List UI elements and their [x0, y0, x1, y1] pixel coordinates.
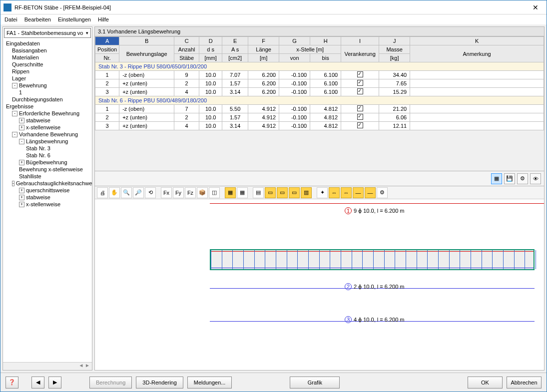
- col-E[interactable]: E: [222, 37, 248, 45]
- zoom-icon[interactable]: 🔍: [121, 187, 132, 198]
- tool-eye-icon[interactable]: 👁: [530, 173, 541, 184]
- prev-button[interactable]: ◀: [31, 377, 44, 389]
- anchor-checkbox[interactable]: [357, 71, 363, 77]
- reinforcement-table[interactable]: A B C D E F G H I J K Position Bew: [95, 36, 544, 130]
- table-row[interactable]: 2+z (unten)210.01.576.200-0.1006.1007.65: [95, 79, 544, 88]
- tree-bewx[interactable]: Bewehrung x-stellenweise: [3, 166, 92, 173]
- table-row[interactable]: 1-z (oben)710.05.504.912-0.1004.81221.20: [95, 105, 544, 113]
- view-3d-icon[interactable]: 📦: [197, 187, 208, 198]
- tree-rippen[interactable]: Rippen: [3, 68, 92, 75]
- anchor-checkbox[interactable]: [357, 88, 363, 94]
- tree-materialien[interactable]: Materialien: [3, 54, 92, 61]
- tree-erforderlich[interactable]: -Erforderliche Bewehrung: [3, 110, 92, 117]
- dim4-icon[interactable]: —: [365, 187, 376, 198]
- meldungen-button[interactable]: Meldungen...: [187, 377, 232, 389]
- tree-xstellen[interactable]: +x-stellenweise: [3, 124, 92, 131]
- dim2-icon[interactable]: ↔: [341, 187, 352, 198]
- abbrechen-button[interactable]: Abbrechen: [507, 377, 542, 389]
- tree-durchbiegung[interactable]: Durchbiegungsdaten: [3, 96, 92, 103]
- tool-view-icon[interactable]: ▦: [491, 173, 502, 184]
- menu-datei[interactable]: Datei: [4, 16, 17, 22]
- tree-lager[interactable]: Lager: [3, 75, 92, 82]
- rendering-button[interactable]: 3D-Rendering: [136, 377, 183, 389]
- layer4-icon[interactable]: ▥: [301, 187, 312, 198]
- group-row-2[interactable]: Stab Nr. 6 - Rippe PBU 580/0/489/0/180/2…: [95, 96, 544, 105]
- anchor-checkbox[interactable]: [357, 105, 363, 111]
- col-J[interactable]: J: [379, 37, 410, 45]
- view-y-icon[interactable]: Fy: [173, 187, 184, 198]
- col-F[interactable]: F: [248, 37, 279, 45]
- tree-stabweise2[interactable]: +stabweise: [3, 194, 92, 201]
- zoom-select-icon[interactable]: 🔎: [133, 187, 144, 198]
- col-B[interactable]: B: [119, 37, 174, 45]
- dim3-icon[interactable]: —: [353, 187, 364, 198]
- col-D[interactable]: D: [199, 37, 222, 45]
- case-combo[interactable]: FA1 - Stahlbetonbemessung vo: [4, 28, 91, 38]
- tree-gebrauch[interactable]: -Gebrauchstauglichkeitsnachwei: [3, 180, 92, 187]
- menu-bearbeiten[interactable]: Bearbeiten: [24, 16, 51, 22]
- tree-querschnittsweise[interactable]: +querschnittsweise: [3, 187, 92, 194]
- grid-icon[interactable]: ▤: [253, 187, 264, 198]
- hdr-von: von: [279, 54, 310, 62]
- anchor-checkbox[interactable]: [357, 114, 363, 120]
- close-button[interactable]: ✕: [528, 2, 544, 12]
- col-G[interactable]: G: [279, 37, 310, 45]
- group-row-1[interactable]: Stab Nr. 3 - Rippe PBU 580/0/650/0/180/2…: [95, 62, 544, 71]
- layer3-icon[interactable]: ▭: [289, 187, 300, 198]
- settings-icon[interactable]: ⚙: [377, 187, 388, 198]
- view-iso-icon[interactable]: ◫: [209, 187, 220, 198]
- tree-vorhanden[interactable]: -Vorhandene Bewehrung: [3, 131, 92, 138]
- axis-icon[interactable]: ✦: [317, 187, 328, 198]
- print-icon[interactable]: 🖨: [97, 187, 108, 198]
- tool-filter-icon[interactable]: ⚙: [517, 173, 528, 184]
- table-row[interactable]: 1-z (oben)910.07.076.200-0.1006.10034.40: [95, 71, 544, 79]
- opt2-icon[interactable]: ▦: [237, 187, 248, 198]
- table-row[interactable]: 3+z (unten)410.03.144.912-0.1004.81212.1…: [95, 122, 544, 130]
- anchor-checkbox[interactable]: [357, 80, 363, 86]
- layer1-icon[interactable]: ▭: [265, 187, 276, 198]
- table-row[interactable]: 3+z (unten)410.03.146.200-0.1006.10015.2…: [95, 88, 544, 96]
- grafik-button[interactable]: Grafik: [290, 377, 340, 389]
- col-K[interactable]: K: [410, 37, 544, 45]
- tree-hscroll[interactable]: ◄ ►: [3, 362, 92, 370]
- hand-icon[interactable]: ✋: [109, 187, 120, 198]
- menu-hilfe[interactable]: Hilfe: [98, 16, 109, 22]
- view-x-icon[interactable]: Fx: [161, 187, 172, 198]
- tree-eingabedaten[interactable]: Eingabedaten: [3, 40, 92, 47]
- hdr-masse: Masse: [379, 45, 410, 54]
- tree-stahlliste[interactable]: Stahlliste: [3, 173, 92, 180]
- menu-einstellungen[interactable]: Einstellungen: [58, 16, 91, 22]
- tree-stab3[interactable]: Stab Nr. 3: [3, 145, 92, 152]
- col-H[interactable]: H: [310, 37, 341, 45]
- tree-ergebnisse[interactable]: Ergebnisse: [3, 103, 92, 110]
- berechnung-button[interactable]: Berechnung: [89, 377, 132, 389]
- table-row[interactable]: 2+z (unten)210.01.574.912-0.1004.8126.06: [95, 113, 544, 122]
- hdr-anmerkung: Anmerkung: [410, 45, 544, 62]
- tree-bewehrung[interactable]: -Bewehrung: [3, 82, 92, 89]
- opt1-icon[interactable]: ▦: [225, 187, 236, 198]
- layer2-icon[interactable]: ▭: [277, 187, 288, 198]
- tree-querschnitte[interactable]: Querschnitte: [3, 61, 92, 68]
- tree-xstellen2[interactable]: +x-stellenweise: [3, 201, 92, 208]
- tree-stabweise[interactable]: +stabweise: [3, 117, 92, 124]
- col-I[interactable]: I: [341, 37, 379, 45]
- tree-bewehrung-1[interactable]: 1: [3, 89, 92, 96]
- ok-button[interactable]: OK: [468, 377, 503, 389]
- anchor-checkbox[interactable]: [357, 122, 363, 128]
- col-C[interactable]: C: [174, 37, 199, 45]
- tree-stab6[interactable]: Stab Nr. 6: [3, 152, 92, 159]
- help-button[interactable]: ❓: [5, 377, 18, 389]
- tree-basisangaben[interactable]: Basisangaben: [3, 47, 92, 54]
- col-A[interactable]: A: [95, 37, 119, 45]
- dim1-icon[interactable]: ↔: [329, 187, 340, 198]
- tree-laengs[interactable]: -Längsbewehrung: [3, 138, 92, 145]
- nav-panel: FA1 - Stahlbetonbemessung vo Eingabedate…: [2, 26, 92, 371]
- drawing-canvas[interactable]: 19 ϕ 10.0, l = 6.200 m 22 ϕ 10.0, l = 6.…: [95, 199, 544, 370]
- menubar: Datei Bearbeiten Einstellungen Hilfe: [0, 14, 547, 24]
- view-z-icon[interactable]: Fz: [185, 187, 196, 198]
- tree-buegel[interactable]: +Bügelbewehrung: [3, 159, 92, 166]
- nav-tree: Eingabedaten Basisangaben Materialien Qu…: [3, 39, 92, 362]
- next-button[interactable]: ▶: [48, 377, 61, 389]
- tool-export-icon[interactable]: 💾: [504, 173, 515, 184]
- refresh-icon[interactable]: ⟲: [145, 187, 156, 198]
